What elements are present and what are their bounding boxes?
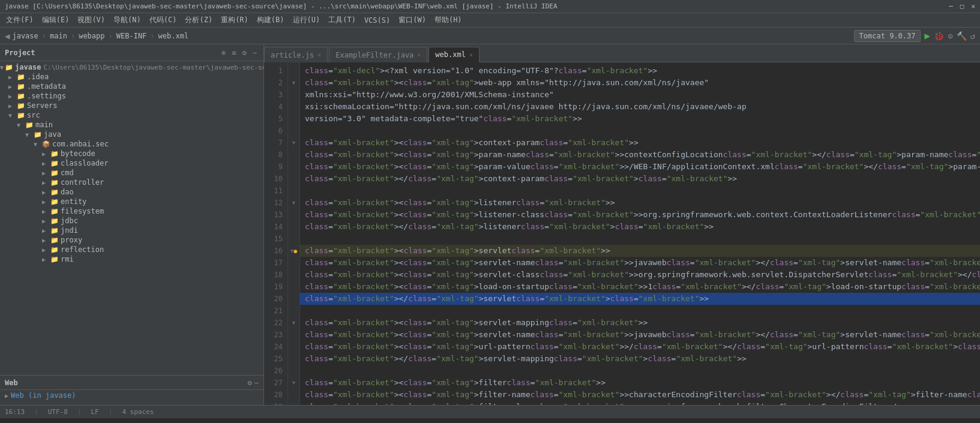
nav-back-icon[interactable]: ◀ <box>5 31 10 41</box>
gutter-cell-1 <box>288 65 299 77</box>
gutter-cell-28 <box>288 389 299 401</box>
code-line-4: xsi:schemaLocation="http://java.sun.com/… <box>300 101 980 113</box>
tree-item-rmi[interactable]: ▶📁rmi <box>0 254 263 264</box>
tab-close-example-filter[interactable]: × <box>417 52 421 58</box>
menu-bar: 文件(F)编辑(E)视图(V)导航(N)代码(C)分析(Z)重构(R)构建(B)… <box>0 13 980 28</box>
sidebar-bottom-panel: Web ⚙ − ▶ Web (in javase) <box>0 375 263 405</box>
close-icon[interactable]: ✕ <box>971 2 975 10</box>
menu-item-代码[interactable]: 代码(C) <box>146 14 181 26</box>
menu-item-工具[interactable]: 工具(T) <box>325 14 359 26</box>
maximize-icon[interactable]: □ <box>960 2 964 10</box>
tree-item-reflection[interactable]: ▶📁reflection <box>0 245 263 254</box>
tree-item-settings[interactable]: ▶📁.settings <box>0 91 263 101</box>
tree-item-controller[interactable]: ▶📁controller <box>0 178 263 187</box>
breadcrumb-webxml[interactable]: web.xml <box>158 32 189 40</box>
tree-item-java[interactable]: ▼📁java <box>0 130 263 139</box>
line-num-11: 11 <box>269 185 283 197</box>
editor-area: article.js×ExampleFilter.java×web.xml× 1… <box>264 44 980 405</box>
main-layout: Project ⊕ ≡ ⚙ − ▼📁javaseC:\Users\86135\D… <box>0 44 980 405</box>
sidebar-settings-icon[interactable]: ⚙ <box>241 48 248 58</box>
status-indent: 4 spaces <box>122 408 154 416</box>
web-panel-settings-icon[interactable]: ⚙ <box>248 379 252 387</box>
run-icon[interactable]: ▶ <box>924 30 930 41</box>
line-num-5: 5 <box>269 113 283 125</box>
menu-item-构建[interactable]: 构建(B) <box>253 14 288 26</box>
tree-item-filesystem[interactable]: ▶📁filesystem <box>0 206 263 216</box>
tab-web-xml[interactable]: web.xml× <box>428 47 479 62</box>
tree-item-entity[interactable]: ▶📁entity <box>0 197 263 206</box>
sidebar-hide-icon[interactable]: − <box>251 48 259 58</box>
tab-close-web-xml[interactable]: × <box>469 52 473 58</box>
update-icon[interactable]: ↺ <box>970 31 975 41</box>
tree-item-idea[interactable]: ▶📁.idea <box>0 72 263 82</box>
tree-item-cmd[interactable]: ▶📁cmd <box>0 168 263 178</box>
fold-icon-27[interactable]: ▼ <box>292 380 295 386</box>
tree-label-controller: controller <box>61 178 104 187</box>
gutter-cell-5 <box>288 113 299 125</box>
coverage-icon[interactable]: ⊙ <box>948 31 952 41</box>
line-num-29: 29 <box>269 401 283 405</box>
tree-item-proxy[interactable]: ▶📁proxy <box>0 235 263 245</box>
menu-item-导航[interactable]: 导航(N) <box>110 14 145 26</box>
menu-item-帮助[interactable]: 帮助(H) <box>431 14 466 26</box>
tree-item-classloader[interactable]: ▶📁classloader <box>0 158 263 168</box>
code-line-10: class="xml-bracket"></class="xml-tag">co… <box>300 173 980 185</box>
code-line-6 <box>300 125 980 137</box>
tree-label-rmi: rmi <box>61 255 74 263</box>
tree-item-metadata[interactable]: ▶📁.metadata <box>0 82 263 91</box>
menu-item-运行[interactable]: 运行(U) <box>289 14 324 26</box>
tree-item-Servers[interactable]: ▶📁Servers <box>0 101 263 110</box>
tree-item-jdbc[interactable]: ▶📁jdbc <box>0 216 263 226</box>
status-line-sep: LF <box>91 408 99 416</box>
breadcrumb-javase[interactable]: javase <box>12 32 38 40</box>
debug-icon[interactable]: 🐞 <box>934 31 944 41</box>
line-num-9: 9 <box>269 161 283 173</box>
tree-item-javase[interactable]: ▼📁javaseC:\Users\86135\Desktop\javaweb-s… <box>0 62 263 72</box>
web-in-javase-item[interactable]: ▶ Web (in javase) <box>0 390 263 401</box>
fold-icon-22[interactable]: ▼ <box>292 320 295 326</box>
tree-item-main[interactable]: ▼📁main <box>0 120 263 130</box>
fold-icon-2[interactable]: ▼ <box>292 80 295 86</box>
breadcrumb-webapp[interactable]: webapp <box>79 32 104 40</box>
code-editor[interactable]: 1234567891011121314151617181920212223242… <box>264 62 980 405</box>
code-line-9: class="xml-bracket"><class="xml-tag">par… <box>300 161 980 173</box>
sidebar-bottom-header: Web ⚙ − <box>0 376 263 390</box>
line-num-20: 20 <box>269 293 283 305</box>
tree-item-dao[interactable]: ▶📁dao <box>0 187 263 197</box>
tab-article-js[interactable]: article.js× <box>264 47 328 62</box>
tab-close-article-js[interactable]: × <box>317 52 321 58</box>
menu-item-视图[interactable]: 视图(V) <box>74 14 109 26</box>
menu-item-重构[interactable]: 重构(R) <box>217 14 252 26</box>
menu-item-文件[interactable]: 文件(F) <box>2 14 37 26</box>
tree-arrow-dao: ▶ <box>42 189 49 196</box>
line-num-8: 8 <box>269 149 283 161</box>
gutter-cell-23 <box>288 329 299 341</box>
menu-item-分析[interactable]: 分析(Z) <box>181 14 216 26</box>
breadcrumb-main[interactable]: main <box>50 32 67 40</box>
tree-icon-rmi: 📁 <box>50 256 59 263</box>
menu-item-窗口[interactable]: 窗口(W) <box>395 14 430 26</box>
fold-icon-7[interactable]: ▼ <box>292 140 295 146</box>
line-num-7: 7 <box>269 137 283 149</box>
menu-item-VCS[interactable]: VCS(S) <box>361 15 394 26</box>
tab-label-article-js: article.js <box>271 51 314 59</box>
code-line-23: class="xml-bracket"><class="xml-tag">ser… <box>300 329 980 341</box>
tree-item-com.anbai.sec[interactable]: ▼📦com.anbai.sec <box>0 139 263 149</box>
tree-item-src[interactable]: ▼📁src <box>0 110 263 120</box>
sidebar-locate-icon[interactable]: ⊕ <box>220 48 227 58</box>
tree-item-jndi[interactable]: ▶📁jndi <box>0 226 263 235</box>
tab-example-filter[interactable]: ExampleFilter.java× <box>329 47 427 62</box>
minimize-icon[interactable]: ─ <box>949 2 953 10</box>
tree-arrow-com.anbai.sec: ▼ <box>34 141 41 148</box>
tree-label-com.anbai.sec: com.anbai.sec <box>52 140 109 148</box>
build-icon[interactable]: 🔨 <box>957 31 967 41</box>
menu-item-编辑[interactable]: 编辑(E) <box>38 14 73 26</box>
sidebar-collapse-icon[interactable]: ≡ <box>230 48 238 58</box>
tree-icon-java: 📁 <box>34 131 42 139</box>
tree-label-reflection: reflection <box>61 245 104 254</box>
tree-item-bytecode[interactable]: ▶📁bytecode <box>0 149 263 158</box>
web-panel-hide-icon[interactable]: − <box>254 379 259 387</box>
breadcrumb-webinf[interactable]: WEB-INF <box>116 32 147 40</box>
line-num-26: 26 <box>269 365 283 377</box>
fold-icon-12[interactable]: ▼ <box>292 200 295 206</box>
